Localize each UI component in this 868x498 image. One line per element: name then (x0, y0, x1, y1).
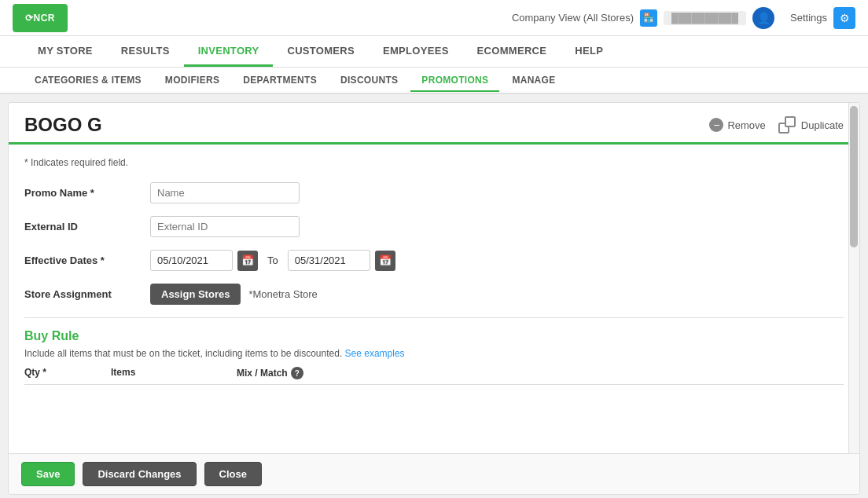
effective-dates-row: Effective Dates * 📅 To 📅 (24, 250, 844, 271)
duplicate-button[interactable]: Duplicate (778, 116, 844, 134)
ncr-logo: ⟳NCR (13, 4, 68, 32)
form-area: * Indicates required field. Promo Name *… (9, 154, 859, 385)
duplicate-label: Duplicate (801, 119, 844, 131)
user-name: ██████████ (664, 11, 746, 25)
buy-rule-section: Buy Rule Include all items that must be … (24, 329, 844, 385)
nav-item-help[interactable]: HELP (561, 37, 617, 67)
remove-button[interactable]: − Remove (709, 118, 765, 132)
effective-dates-label: Effective Dates * (24, 254, 150, 266)
discard-changes-button[interactable]: Discard Changes (83, 462, 196, 486)
remove-icon: − (709, 118, 723, 132)
nav-item-inventory[interactable]: INVENTORY (184, 37, 274, 67)
external-id-label: External ID (24, 221, 150, 233)
company-view-label: Company View (All Stores) (512, 12, 634, 24)
subnav-modifiers[interactable]: MODIFIERS (154, 70, 230, 92)
main-nav: MY STORE RESULTS INVENTORY CUSTOMERS EMP… (0, 36, 868, 68)
required-note: * Indicates required field. (24, 157, 844, 168)
date-group: 📅 To 📅 (150, 250, 395, 271)
save-button[interactable]: Save (21, 462, 75, 486)
page-wrapper: BOGO G − Remove Duplicate * Indicates re… (8, 102, 860, 495)
bottom-bar: Save Discard Changes Close (9, 453, 859, 494)
start-date-input[interactable] (150, 250, 233, 271)
nav-item-ecommerce[interactable]: ECOMMERCE (463, 37, 561, 67)
settings-label: Settings (790, 12, 827, 24)
see-examples-link[interactable]: See examples (345, 348, 405, 359)
page-title: BOGO G (24, 114, 102, 136)
sub-nav: CATEGORIES & ITEMS MODIFIERS DEPARTMENTS… (0, 68, 868, 94)
store-note: *Monetra Store (248, 288, 317, 300)
assign-stores-button[interactable]: Assign Stores (150, 284, 241, 305)
subnav-discounts[interactable]: DISCOUNTS (329, 70, 409, 92)
subnav-categories[interactable]: CATEGORIES & ITEMS (24, 70, 153, 92)
duplicate-icon (778, 116, 796, 134)
store-icon[interactable]: 🏪 (640, 9, 657, 27)
nav-item-mystore[interactable]: MY STORE (24, 37, 107, 67)
buy-rule-description: Include all items that must be on the ti… (24, 348, 844, 359)
scrollbar-thumb[interactable] (850, 106, 858, 247)
header-actions: − Remove Duplicate (709, 116, 844, 134)
end-calendar-icon[interactable]: 📅 (375, 251, 395, 271)
mix-match-help-icon[interactable]: ? (291, 367, 303, 379)
external-id-input[interactable] (150, 216, 300, 237)
col-mix-match: Mix / Match ? (237, 367, 303, 379)
to-label: To (267, 254, 278, 266)
table-header: Qty * Items Mix / Match ? (24, 367, 844, 385)
subnav-manage[interactable]: MANAGE (501, 70, 566, 92)
subnav-promotions[interactable]: PROMOTIONS (410, 70, 499, 92)
col-items: Items (111, 367, 237, 379)
nav-item-employees[interactable]: EMPLOYEES (369, 37, 463, 67)
nav-item-customers[interactable]: CUSTOMERS (273, 37, 369, 67)
close-button[interactable]: Close (204, 462, 262, 486)
green-divider (9, 142, 859, 145)
scrollbar-track[interactable] (848, 103, 859, 494)
gear-icon[interactable]: ⚙ (833, 7, 855, 29)
top-bar: ⟳NCR Company View (All Stores) 🏪 ███████… (0, 0, 868, 36)
promo-name-label: Promo Name * (24, 187, 150, 199)
end-date-input[interactable] (288, 250, 370, 271)
buy-rule-title: Buy Rule (24, 329, 844, 343)
subnav-departments[interactable]: DEPARTMENTS (232, 70, 328, 92)
page-header: BOGO G − Remove Duplicate (9, 103, 859, 142)
start-calendar-icon[interactable]: 📅 (237, 251, 258, 271)
promo-name-input[interactable] (150, 182, 300, 203)
external-id-row: External ID (24, 216, 844, 237)
remove-label: Remove (727, 119, 765, 131)
section-divider (24, 317, 844, 318)
store-assignment-label: Store Assignment (24, 288, 150, 300)
store-assignment-row: Store Assignment Assign Stores *Monetra … (24, 284, 844, 305)
nav-item-results[interactable]: RESULTS (107, 37, 184, 67)
user-avatar-icon[interactable]: 👤 (752, 7, 774, 29)
col-qty: Qty * (24, 367, 111, 379)
company-view-area: Company View (All Stores) 🏪 ██████████ 👤 (512, 7, 774, 29)
promo-name-row: Promo Name * (24, 182, 844, 203)
